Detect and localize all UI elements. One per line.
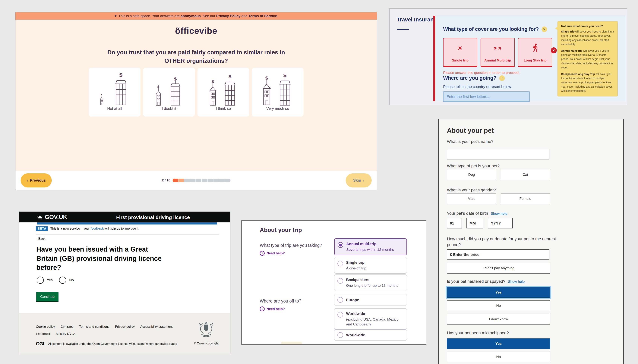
backpacker-icon xyxy=(531,43,539,53)
radio-unselected[interactable] xyxy=(337,297,343,303)
screenshot-canvas: $ $ xyxy=(0,0,638,364)
footer-link[interactable]: Cymraeg xyxy=(61,325,74,329)
tooltip-paragraph: Backpacker/Long Stay Trip will cover you… xyxy=(561,72,614,93)
price-input[interactable] xyxy=(447,249,549,260)
plane-icon: ✈ xyxy=(455,43,465,53)
radio-circle[interactable] xyxy=(37,276,44,284)
microchipped-yes-button[interactable]: Yes xyxy=(447,338,550,349)
ogl-licence-link[interactable]: Open Government Licence v3.0 xyxy=(92,342,135,346)
answer-label: I doubt it xyxy=(143,106,195,111)
skip-button[interactable]: Skip › xyxy=(346,173,372,188)
radio-unselected[interactable] xyxy=(337,261,343,266)
trip-type-option-single-trip[interactable]: Single trip A one-off trip xyxy=(334,257,407,274)
answer-card-i-doubt-it[interactable]: I doubt it xyxy=(143,68,195,116)
footer-link[interactable]: Accessibility statement xyxy=(140,325,173,329)
destination-option-worldwide-excluding[interactable]: Worldwide (excluding USA, Canada, Mexico… xyxy=(334,308,407,330)
answer-label: I think so xyxy=(198,106,249,111)
privacy-policy-link[interactable]: Privacy Policy xyxy=(216,14,240,18)
pet-dob-question: Your pet's date of birthShow help xyxy=(447,211,507,216)
ogl-logo: OGL xyxy=(36,341,46,346)
travel-insurance-panel: Travel Insurance What type of cover are … xyxy=(389,8,627,105)
survey-footer: ‹ Previous 2 / 10 Skip › xyxy=(16,171,377,190)
progress-segment xyxy=(202,178,207,182)
destination-option-europe[interactable]: Europe xyxy=(334,294,407,306)
pet-type-question: What type of pet is your pet? xyxy=(447,164,499,168)
radio-unselected[interactable] xyxy=(337,332,343,338)
cover-option-single-trip[interactable]: ✈ Single trip xyxy=(443,38,477,67)
answer-card-very-much-so[interactable]: Very much so xyxy=(252,68,304,116)
crown-copyright: © Crown copyright xyxy=(194,342,219,345)
chevron-left-icon: ‹ xyxy=(27,178,28,182)
pet-name-input[interactable] xyxy=(447,149,549,160)
info-icon[interactable]: i xyxy=(499,76,505,81)
previous-button[interactable]: ‹ Previous xyxy=(21,173,52,188)
chevron-right-icon: › xyxy=(363,178,364,182)
progress-segment xyxy=(196,178,201,182)
progress-segment xyxy=(179,178,184,182)
microchipped-no-button[interactable]: No xyxy=(447,352,550,362)
cover-help-tooltip: Not sure what cover you need? Single Tri… xyxy=(557,21,618,96)
need-help-link[interactable]: i Need help? xyxy=(260,306,285,311)
feedback-link[interactable]: feedback xyxy=(91,227,104,230)
radio-selected[interactable] xyxy=(338,242,343,248)
footer-link[interactable]: Cookie policy xyxy=(36,325,55,329)
buildings-illustration xyxy=(205,72,242,106)
answer-card-not-at-all[interactable]: Not at all xyxy=(89,68,141,116)
show-help-link[interactable]: Show help xyxy=(491,212,507,216)
govuk-logo[interactable]: GOV.UK xyxy=(37,214,67,220)
trip-type-question: What type of trip are you taking? xyxy=(260,243,322,248)
about-your-pet-form: About your pet What is your pet's name? … xyxy=(438,119,624,364)
cover-option-long-stay-trip[interactable]: Long Stay trip xyxy=(518,38,552,67)
radio-unselected[interactable] xyxy=(337,312,343,318)
footer-link[interactable]: Feedback xyxy=(36,332,50,336)
tooltip-paragraph: Single Trip will cover you if you're pla… xyxy=(561,30,614,46)
survey-question: Do you trust that you are paid fairly co… xyxy=(102,48,290,65)
destination-input[interactable] xyxy=(443,92,530,102)
trip-type-option-backpackers[interactable]: Backpackers One long trip for up to 18 m… xyxy=(334,274,407,291)
pet-gender-female-button[interactable]: Female xyxy=(501,193,550,204)
officevibe-logo: õfficevibe xyxy=(16,26,377,36)
answer-label: Not at all xyxy=(89,106,141,111)
terms-of-service-link[interactable]: Terms of Service xyxy=(248,14,277,18)
banner-text: This is a safe space. Your answers are a… xyxy=(119,14,278,18)
neutered-yes-button[interactable]: Yes xyxy=(447,287,550,298)
radio-circle[interactable] xyxy=(59,276,66,284)
pet-price-question: How much did you pay or donate for your … xyxy=(447,236,556,248)
cut-off-button[interactable] xyxy=(281,342,302,344)
close-icon[interactable]: ✕ xyxy=(541,26,547,32)
dob-day-input[interactable] xyxy=(447,218,462,228)
footer-links-row-1: Cookie policy Cymraeg Terms and conditio… xyxy=(36,325,173,329)
back-link[interactable]: ‹ Back xyxy=(36,237,45,241)
pet-type-dog-button[interactable]: Dog xyxy=(447,169,496,180)
show-help-link[interactable]: Show help xyxy=(508,280,525,284)
divider xyxy=(36,234,219,234)
footer-link[interactable]: Built by DVLA xyxy=(56,332,76,336)
need-help-link[interactable]: i Need help? xyxy=(260,251,285,256)
royal-coat-of-arms xyxy=(197,319,216,340)
about-your-trip-form: About your trip What type of trip are yo… xyxy=(241,220,426,345)
did-not-pay-button[interactable]: I didn't pay anything xyxy=(447,263,550,274)
footer-link[interactable]: Terms and conditions xyxy=(79,325,110,329)
cover-option-annual-multi-trip[interactable]: ✈✈ Annual Multi trip xyxy=(481,38,515,67)
destination-hint: Please tell us the country or resort bel… xyxy=(443,84,511,89)
progress-segment xyxy=(214,178,219,182)
dob-month-input[interactable] xyxy=(466,218,483,228)
radio-no[interactable]: No xyxy=(59,276,74,284)
destination-option-worldwide[interactable]: Worldwide xyxy=(334,330,407,341)
radio-yes[interactable]: Yes xyxy=(37,276,53,284)
heart-icon: ♥ xyxy=(114,14,117,18)
validation-error: Please answer this question in order to … xyxy=(443,71,520,75)
dob-year-input[interactable] xyxy=(488,218,513,228)
continue-button[interactable]: Continue xyxy=(36,292,59,301)
radio-unselected[interactable] xyxy=(337,278,343,284)
neutered-no-button[interactable]: No xyxy=(447,300,550,311)
pet-type-cat-button[interactable]: Cat xyxy=(501,169,550,180)
footer-link[interactable]: Privacy policy xyxy=(115,325,135,329)
destination-question: Where are you going? i xyxy=(443,75,505,81)
progress-segment xyxy=(225,178,231,182)
trip-type-option-annual-multi-trip[interactable]: Annual multi-trip Several trips within 1… xyxy=(334,238,407,255)
answer-card-i-think-so[interactable]: I think so xyxy=(198,68,249,116)
form-title: About your pet xyxy=(447,127,494,134)
neutered-dont-know-button[interactable]: I don't know xyxy=(447,314,550,324)
pet-gender-male-button[interactable]: Male xyxy=(447,193,496,204)
